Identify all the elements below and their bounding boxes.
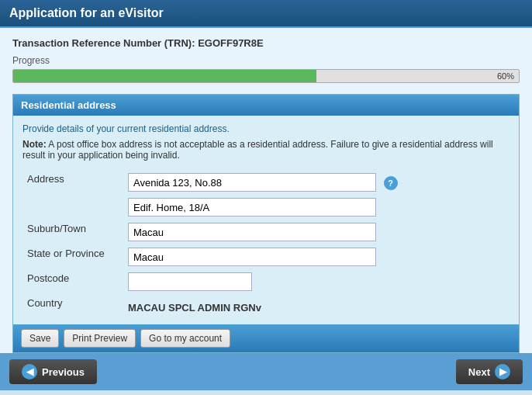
progress-text: 60% xyxy=(497,71,514,81)
address-field-2 xyxy=(123,195,510,220)
print-preview-button[interactable]: Print Preview xyxy=(64,329,136,348)
suburb-row: Suburb/Town xyxy=(22,220,510,244)
bottom-toolbar: Save Print Preview Go to my account xyxy=(13,324,519,352)
state-input[interactable] xyxy=(128,248,376,266)
note-bold: Note: xyxy=(22,139,47,150)
address-label-empty xyxy=(22,195,123,220)
previous-button[interactable]: ◀ Previous xyxy=(9,359,97,384)
address-input-2[interactable] xyxy=(128,198,376,217)
section-note-provide: Provide details of your current resident… xyxy=(22,123,510,134)
address-row-2 xyxy=(22,195,510,220)
progress-bar: 60% xyxy=(12,69,520,83)
content-area: Transaction Reference Number (TRN): EGOF… xyxy=(0,28,532,353)
address-field-1: ? xyxy=(123,170,510,195)
trn-line: Transaction Reference Number (TRN): EGOF… xyxy=(12,37,520,49)
next-button[interactable]: Next ▶ xyxy=(456,359,523,384)
save-button[interactable]: Save xyxy=(21,329,59,348)
go-to-account-button[interactable]: Go to my account xyxy=(140,329,230,348)
postcode-input[interactable] xyxy=(128,272,252,291)
note-text: A post office box address is not accepta… xyxy=(22,139,493,161)
section-residential-address: Residential address Provide details of y… xyxy=(12,94,520,353)
country-label: Country xyxy=(22,294,123,317)
country-field: MACAU SPCL ADMIN RGNv xyxy=(123,294,510,317)
previous-label: Previous xyxy=(42,366,85,378)
country-row: Country MACAU SPCL ADMIN RGNv xyxy=(22,294,510,317)
next-arrow-icon: ▶ xyxy=(495,364,510,379)
section-header: Residential address xyxy=(13,95,519,116)
state-row: State or Province xyxy=(22,244,510,269)
next-label: Next xyxy=(468,366,490,378)
section-note-warning: Note: A post office box address is not a… xyxy=(22,139,510,161)
country-value: MACAU SPCL ADMIN RGNv xyxy=(128,297,261,314)
suburb-input[interactable] xyxy=(128,223,376,241)
state-label: State or Province xyxy=(22,244,123,269)
progress-label: Progress xyxy=(12,55,520,66)
address-label: Address xyxy=(22,170,123,195)
form-table: Address ? Sub xyxy=(22,170,510,317)
suburb-field xyxy=(123,220,510,244)
section-body: Provide details of your current resident… xyxy=(13,116,519,324)
address-row-1: Address ? xyxy=(22,170,510,195)
suburb-label: Suburb/Town xyxy=(22,220,123,244)
postcode-row: Postcode xyxy=(22,269,510,294)
postcode-label: Postcode xyxy=(22,269,123,294)
page-header: Application for an eVisitor xyxy=(0,0,532,28)
address-input-1[interactable] xyxy=(128,173,376,192)
previous-arrow-icon: ◀ xyxy=(22,364,37,379)
page-title: Application for an eVisitor xyxy=(9,6,164,19)
progress-fill xyxy=(13,70,316,82)
state-field xyxy=(123,244,510,269)
trn-value: EGOFF97R8E xyxy=(198,37,264,49)
trn-label: Transaction Reference Number (TRN): xyxy=(12,37,195,49)
postcode-field xyxy=(123,269,510,294)
navigation-bar: ◀ Previous Next ▶ xyxy=(0,353,532,390)
address-help-icon[interactable]: ? xyxy=(384,176,398,190)
